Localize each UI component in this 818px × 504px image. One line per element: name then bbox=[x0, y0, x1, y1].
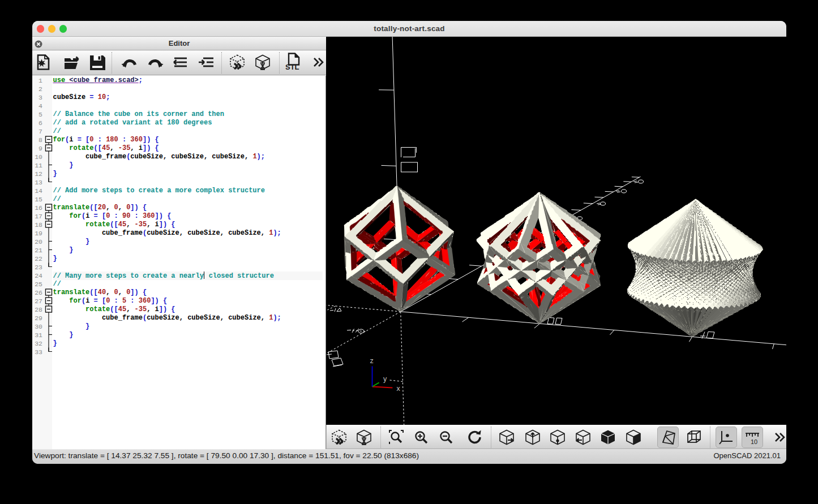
svg-text:STL: STL bbox=[285, 63, 299, 71]
svg-text:z: z bbox=[370, 357, 374, 365]
svg-text:10: 10 bbox=[751, 438, 757, 445]
svg-text:y: y bbox=[383, 375, 387, 383]
svg-text:x: x bbox=[396, 385, 400, 393]
